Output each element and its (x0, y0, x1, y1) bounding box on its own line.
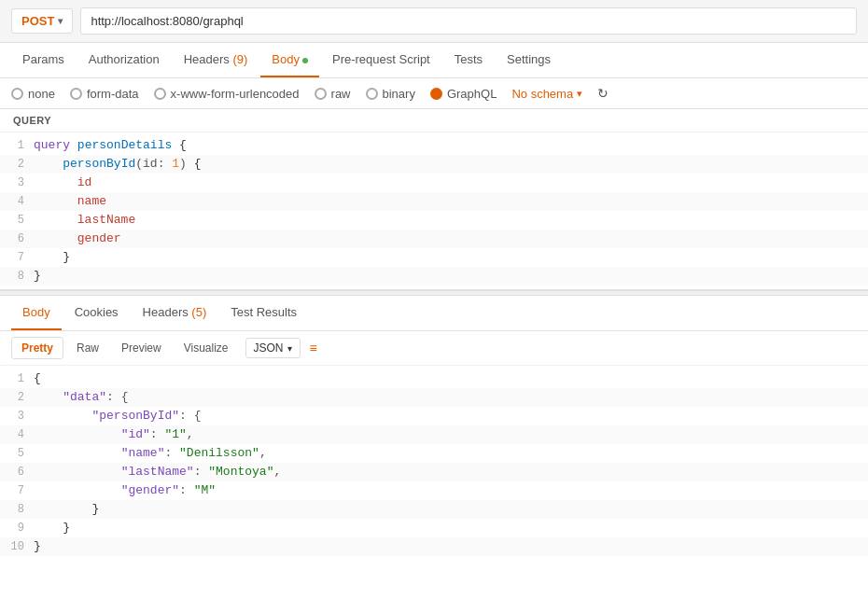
radio-urlencoded (154, 88, 166, 100)
query-editor[interactable]: 1 query personDetails { 2 personById(id:… (0, 132, 868, 289)
query-section: QUERY 1 query personDetails { 2 personBy… (0, 109, 868, 290)
top-bar: POST ▾ (0, 0, 868, 43)
tab-params[interactable]: Params (11, 43, 76, 77)
method-label: POST (21, 14, 54, 28)
body-type-raw[interactable]: raw (315, 87, 351, 101)
format-preview-button[interactable]: Preview (112, 338, 171, 358)
response-line-10: 10 } (0, 537, 868, 556)
response-tabs: Body Cookies Headers (5) Test Results (0, 296, 868, 331)
response-line-8: 8 } (0, 500, 868, 519)
radio-none (11, 88, 23, 100)
format-pretty-button[interactable]: Pretty (11, 337, 63, 359)
query-line-1: 1 query personDetails { (0, 136, 868, 155)
response-tab-cookies[interactable]: Cookies (63, 296, 130, 330)
url-input[interactable] (80, 7, 857, 35)
format-visualize-button[interactable]: Visualize (175, 338, 238, 358)
response-tab-headers[interactable]: Headers (5) (132, 296, 218, 330)
radio-form-data (70, 88, 82, 100)
tab-settings[interactable]: Settings (496, 43, 562, 77)
response-line-4: 4 "id": "1", (0, 425, 868, 444)
json-chevron-icon: ▾ (287, 343, 292, 354)
method-chevron-icon: ▾ (58, 16, 63, 26)
query-line-4: 4 name (0, 192, 868, 211)
response-line-7: 7 "gender": "M" (0, 481, 868, 500)
tab-headers[interactable]: Headers (9) (173, 43, 259, 77)
tab-body[interactable]: Body (260, 43, 319, 77)
body-type-none[interactable]: none (11, 87, 55, 101)
refresh-icon[interactable]: ↻ (597, 86, 609, 101)
filter-icon[interactable]: ≡ (310, 341, 317, 355)
query-label: QUERY (0, 109, 868, 132)
response-line-2: 2 "data": { (0, 388, 868, 407)
radio-graphql (430, 88, 442, 100)
body-type-selector: none form-data x-www-form-urlencoded raw… (0, 78, 868, 109)
response-line-1: 1 { (0, 369, 868, 388)
method-selector[interactable]: POST ▾ (11, 8, 73, 34)
response-line-5: 5 "name": "Denilsson", (0, 444, 868, 463)
tab-tests[interactable]: Tests (443, 43, 494, 77)
json-format-selector[interactable]: JSON ▾ (245, 338, 301, 358)
body-type-urlencoded[interactable]: x-www-form-urlencoded (154, 87, 300, 101)
response-tab-body[interactable]: Body (11, 296, 62, 330)
query-line-5: 5 lastName (0, 211, 868, 230)
no-schema-button[interactable]: No schema ▾ (511, 87, 582, 101)
response-line-3: 3 "personById": { (0, 407, 868, 425)
format-bar: Pretty Raw Preview Visualize JSON ▾ ≡ (0, 331, 868, 366)
response-line-9: 9 } (0, 519, 868, 537)
query-line-3: 3 id (0, 174, 868, 192)
body-type-graphql[interactable]: GraphQL (430, 87, 497, 101)
radio-raw (315, 88, 327, 100)
request-tabs: Params Authorization Headers (9) Body Pr… (0, 43, 868, 78)
response-tab-test-results[interactable]: Test Results (219, 296, 308, 330)
body-dot-indicator (302, 58, 308, 63)
schema-chevron-icon: ▾ (577, 88, 582, 100)
body-type-binary[interactable]: binary (366, 87, 415, 101)
response-line-6: 6 "lastName": "Montoya", (0, 463, 868, 481)
query-line-2: 2 personById(id: 1) { (0, 155, 868, 174)
radio-binary (366, 88, 378, 100)
query-line-6: 6 gender (0, 230, 868, 248)
response-body: 1 { 2 "data": { 3 "personById": { 4 "id"… (0, 366, 868, 560)
tab-pre-request-script[interactable]: Pre-request Script (321, 43, 441, 77)
query-line-8: 8 } (0, 267, 868, 286)
tab-authorization[interactable]: Authorization (77, 43, 171, 77)
format-raw-button[interactable]: Raw (67, 338, 108, 358)
body-type-form-data[interactable]: form-data (70, 87, 139, 101)
query-line-7: 7 } (0, 248, 868, 267)
